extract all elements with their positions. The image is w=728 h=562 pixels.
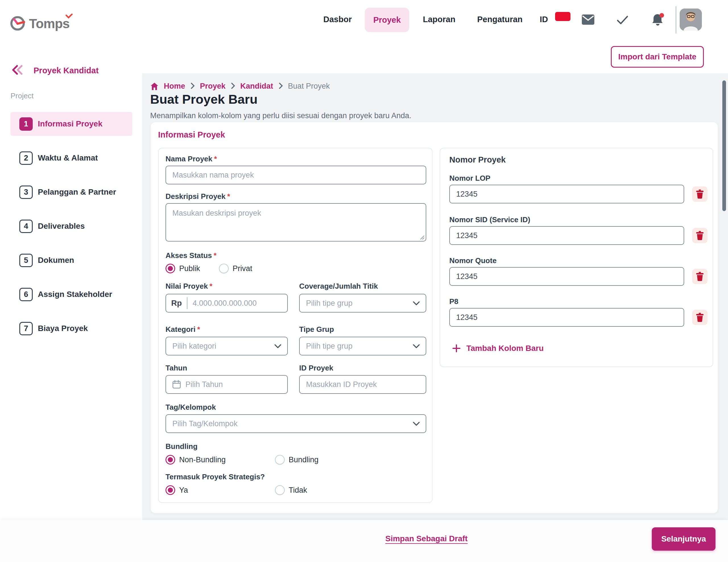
sidebar-step-biaya-proyek[interactable]: 7 Biaya Proyek (11, 316, 132, 340)
step-label: Informasi Proyek (38, 119, 102, 129)
breadcrumb-proyek[interactable]: Proyek (200, 82, 226, 91)
sidebar-step-dokumen[interactable]: 5 Dokumen (11, 248, 132, 272)
nav-item-proyek[interactable]: Proyek (365, 8, 409, 32)
resize-handle-icon[interactable] (419, 234, 425, 241)
p8-input[interactable] (449, 308, 684, 327)
brand-name: Tomps (29, 16, 69, 31)
radio-checked-icon (166, 264, 175, 273)
back-to-proyek-kandidat[interactable]: Proyek Kandidat (11, 65, 99, 76)
kategori-label: Kategori* (166, 325, 200, 334)
nav-item-laporan[interactable]: Laporan (423, 15, 455, 24)
id-proyek-label: ID Proyek (299, 364, 333, 372)
form-card: Informasi Proyek Nama Proyek* Deskripsi … (151, 122, 718, 513)
nilai-placeholder: 4.000.000.000.000 (187, 299, 257, 308)
indonesia-flag-icon[interactable] (555, 12, 570, 21)
coverage-select[interactable]: Pilih tipe grup (299, 294, 426, 312)
delete-p8-button[interactable] (692, 310, 708, 325)
home-icon[interactable] (150, 82, 159, 91)
chevron-right-icon (190, 82, 195, 90)
delete-nomor-lop-button[interactable] (692, 186, 708, 202)
save-draft-link[interactable]: Simpan Sebagai Draft (385, 534, 468, 543)
radio-option-bundling[interactable]: Bundling (275, 455, 319, 464)
main-content: Home Proyek Kandidat Buat Proyek Buat Pr… (142, 73, 728, 520)
tipe-grup-label: Tipe Grup (299, 325, 334, 334)
sidebar-step-deliverables[interactable]: 4 Deliverables (11, 214, 132, 238)
bundling-label: Bundling (166, 442, 198, 451)
sidebar-section-label: Project (11, 92, 34, 100)
trash-icon (696, 190, 704, 199)
tipe-grup-select[interactable]: Pilih tipe grup (299, 337, 426, 355)
scrollbar-thumb[interactable] (722, 80, 726, 211)
tag-kelompok-label: Tag/Kelompok (166, 403, 216, 412)
id-proyek-input[interactable] (299, 375, 426, 394)
breadcrumb-home[interactable]: Home (164, 82, 185, 91)
breadcrumb-kandidat[interactable]: Kandidat (240, 82, 273, 91)
radio-option-privat[interactable]: Privat (219, 264, 252, 273)
sidebar-step-waktu-alamat[interactable]: 2 Waktu & Alamat (11, 146, 132, 170)
nav-item-proyek-label: Proyek (373, 15, 401, 25)
step-label: Deliverables (38, 222, 85, 231)
trash-icon (696, 313, 704, 322)
nav-item-pengaturan[interactable]: Pengaturan (477, 15, 523, 24)
step-number: 6 (19, 288, 33, 301)
step-label: Dokumen (38, 256, 74, 265)
import-template-label: Import dari Template (618, 52, 696, 61)
plus-icon (452, 344, 461, 352)
avatar[interactable] (680, 9, 702, 31)
chevron-right-icon (278, 82, 283, 90)
nomor-sid-input[interactable] (449, 226, 684, 245)
step-number: 7 (19, 322, 33, 335)
akses-status-label: Akses Status* (166, 251, 216, 260)
locale-label[interactable]: ID (540, 15, 548, 24)
add-column-label: Tambah Kolom Baru (466, 344, 544, 353)
import-template-button[interactable]: Import dari Template (611, 46, 704, 68)
nomor-sid-label: Nomor SID (Service ID) (449, 215, 530, 224)
radio-option-ya[interactable]: Ya (166, 485, 188, 495)
check-icon[interactable] (617, 15, 628, 26)
deskripsi-proyek-label: Deskripsi Proyek* (166, 192, 230, 201)
nama-proyek-input[interactable] (166, 166, 426, 185)
chevron-right-icon (231, 82, 235, 90)
delete-nomor-sid-button[interactable] (692, 228, 708, 243)
next-button[interactable]: Selanjutnya (652, 527, 715, 551)
step-label: Pelanggan & Partner (38, 188, 116, 197)
deskripsi-proyek-textarea[interactable] (166, 203, 426, 242)
nilai-proyek-input[interactable]: Rp 4.000.000.000.000 (166, 294, 288, 312)
step-number: 5 (19, 254, 33, 267)
nilai-proyek-label: Nilai Proyek* (166, 282, 212, 290)
nomor-lop-input[interactable] (449, 185, 684, 204)
tahun-picker[interactable]: Pilih Tahun (166, 375, 288, 394)
sidebar: Tomps Proyek Kandidat Project 1 Informas… (0, 0, 142, 562)
breadcrumb-current: Buat Proyek (288, 82, 330, 91)
delete-nomor-quote-button[interactable] (692, 269, 708, 284)
nomor-quote-input[interactable] (449, 267, 684, 286)
radio-option-publik[interactable]: Publik (166, 264, 200, 273)
currency-prefix: Rp (166, 298, 187, 308)
kategori-select[interactable]: Pilih kategori (166, 337, 288, 355)
radio-unchecked-icon (275, 485, 285, 495)
informasi-proyek-panel: Nama Proyek* Deskripsi Proyek* Akses Sta… (158, 148, 433, 503)
add-column-button[interactable]: Tambah Kolom Baru (452, 344, 544, 353)
chevron-down-icon (413, 342, 420, 350)
tag-kelompok-select[interactable]: Pilih Tag/Kelompok (166, 414, 426, 433)
sidebar-step-informasi-proyek[interactable]: 1 Informasi Proyek (11, 112, 132, 136)
radio-option-tidak[interactable]: Tidak (275, 485, 307, 495)
brand-logo[interactable]: Tomps (10, 15, 69, 32)
chevron-down-icon (274, 342, 282, 350)
next-button-label: Selanjutnya (661, 534, 706, 544)
sidebar-step-assign-stakeholder[interactable]: 6 Assign Stakeholder (11, 282, 132, 306)
bell-icon[interactable] (651, 13, 665, 28)
sidebar-step-pelanggan-partner[interactable]: 3 Pelanggan & Partner (11, 180, 132, 204)
nomor-proyek-panel: Nomor Proyek Nomor LOP Nomor SID (Servic… (440, 148, 713, 367)
calendar-icon (172, 380, 181, 389)
radio-option-non-bundling[interactable]: Non-Bundling (166, 455, 226, 464)
back-label: Proyek Kandidat (34, 66, 99, 75)
radio-unchecked-icon (275, 455, 285, 464)
nav-item-dasbor[interactable]: Dasbor (323, 15, 352, 24)
footer-bar: Simpan Sebagai Draft Selanjutnya (0, 520, 728, 562)
radio-checked-icon (166, 455, 175, 464)
mail-icon[interactable] (582, 14, 595, 26)
trash-icon (696, 272, 704, 281)
coverage-label: Coverage/Jumlah Titik (299, 282, 378, 290)
step-number: 1 (19, 117, 33, 131)
